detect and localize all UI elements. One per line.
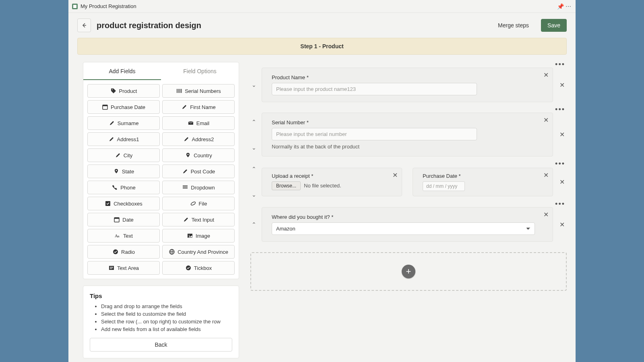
pencil-icon: [115, 152, 121, 158]
field-chip-label: Product: [119, 88, 137, 94]
field-chip-text-input[interactable]: Text Input: [162, 213, 235, 226]
field-chip-tickbox[interactable]: Tickbox: [162, 261, 235, 275]
field-chip-surname[interactable]: Surname: [87, 116, 160, 130]
merge-steps-link[interactable]: Merge steps: [498, 22, 529, 29]
row-move-down[interactable]: ⌄: [252, 146, 256, 150]
add-row-button[interactable]: +: [402, 265, 415, 278]
field-chip-post-code[interactable]: Post Code: [162, 165, 235, 178]
field-chip-city[interactable]: City: [87, 148, 160, 162]
field-chip-state[interactable]: State: [87, 165, 160, 178]
pencil-icon: [183, 216, 189, 223]
pencil-icon: [183, 136, 190, 142]
select-input[interactable]: Amazon: [272, 222, 535, 235]
field-chip-file[interactable]: File: [162, 197, 235, 210]
form-builder: •••⌄✕Product Name *✕•••⌃⌄✕Serial Number …: [250, 62, 567, 291]
field-chip-purchase-date[interactable]: Purchase Date: [87, 100, 160, 114]
field-chip-label: Address2: [192, 136, 214, 142]
field-chip-email[interactable]: Email: [162, 116, 235, 130]
calendar-icon: [102, 104, 108, 110]
row-more-icon[interactable]: •••: [554, 62, 566, 67]
back-arrow-button[interactable]: [77, 19, 91, 32]
field-chip-label: Image: [196, 233, 210, 239]
row-remove-icon[interactable]: ✕: [559, 221, 565, 228]
field-remove-icon[interactable]: ✕: [543, 116, 549, 124]
field-card[interactable]: ✕Where did you bought it? *Amazon: [262, 207, 553, 242]
field-card[interactable]: ✕Serial Number *Normally its at the back…: [262, 113, 553, 156]
tip-item: Drag and drop to arrange the fields: [101, 303, 232, 309]
tick-icon: [112, 249, 119, 255]
pin-icon[interactable]: 📌: [556, 3, 564, 10]
tab-field-options[interactable]: Field Options: [161, 62, 239, 80]
row-move-down[interactable]: ⌄: [252, 83, 256, 87]
tip-item: Select the field to customize the field: [101, 311, 232, 317]
field-chip-label: State: [122, 169, 134, 175]
field-chip-first-name[interactable]: First Name: [162, 100, 235, 114]
browse-button[interactable]: Browse...: [272, 181, 301, 190]
field-chip-text-area[interactable]: Text Area: [87, 261, 160, 275]
field-remove-icon[interactable]: ✕: [543, 171, 549, 179]
pencil-icon: [181, 104, 188, 110]
field-chip-serial-numbers[interactable]: Serial Numbers: [162, 84, 235, 98]
field-chip-checkboxes[interactable]: Checkboxes: [87, 197, 160, 210]
field-chip-country[interactable]: Country: [162, 148, 235, 162]
field-chip-image[interactable]: Image: [162, 229, 235, 243]
field-chip-label: Checkboxes: [114, 201, 142, 207]
field-chip-dropdown[interactable]: Dropdown: [162, 181, 235, 194]
row-remove-icon[interactable]: ✕: [559, 131, 565, 138]
field-chip-label: Post Code: [191, 169, 215, 175]
field-chip-label: Radio: [121, 249, 135, 255]
date-input[interactable]: dd / mm / yyyy: [423, 181, 465, 191]
field-remove-icon[interactable]: ✕: [543, 211, 549, 218]
field-chip-address1[interactable]: Address1: [87, 132, 160, 146]
row-move-down[interactable]: ⌄: [252, 193, 256, 197]
field-chip-label: Text: [123, 233, 133, 239]
globe-icon: [169, 249, 175, 255]
field-card[interactable]: ✕Product Name *: [262, 68, 553, 102]
field-chip-text[interactable]: Text: [87, 229, 160, 243]
field-chip-product[interactable]: Product: [87, 84, 160, 98]
tick-icon: [185, 265, 192, 271]
field-card[interactable]: ✕Upload a receipt *Browse...No file sele…: [262, 168, 402, 196]
row-remove-icon[interactable]: ✕: [559, 178, 565, 186]
field-remove-icon[interactable]: ✕: [392, 171, 398, 179]
tab-add-fields[interactable]: Add Fields: [83, 62, 161, 80]
image-icon: [187, 232, 193, 239]
text-input[interactable]: [272, 83, 477, 95]
field-chip-address2[interactable]: Address2: [162, 132, 235, 146]
row-more-icon[interactable]: •••: [554, 161, 566, 166]
fields-panel: Add Fields Field Options ProductSerial N…: [83, 62, 239, 279]
field-chip-country-and-province[interactable]: Country And Province: [162, 245, 235, 259]
tips-card: Tips Drag and drop to arrange the fields…: [83, 286, 239, 358]
field-remove-icon[interactable]: ✕: [543, 71, 549, 79]
back-button[interactable]: Back: [90, 338, 232, 352]
field-chip-date[interactable]: Date: [87, 213, 160, 226]
field-label: Product Name *: [272, 74, 535, 80]
barcode-icon: [176, 88, 182, 94]
save-button[interactable]: Save: [541, 19, 567, 32]
row-remove-icon[interactable]: ✕: [559, 81, 565, 89]
calendar-icon: [114, 216, 120, 223]
file-status: No file selected.: [304, 183, 341, 189]
builder-row: •••⌃✕Where did you bought it? *Amazon✕: [250, 202, 567, 242]
page-header: product registration design Merge steps …: [68, 13, 576, 38]
row-move-up[interactable]: ⌃: [252, 222, 256, 226]
row-more-icon[interactable]: •••: [554, 202, 566, 206]
row-move-up[interactable]: ⌃: [252, 120, 256, 124]
field-chip-label: Date: [122, 217, 133, 223]
field-chip-label: Purchase Date: [111, 104, 145, 110]
pin-icon: [113, 168, 120, 175]
topbar-more-icon[interactable]: ⋯: [564, 3, 572, 10]
tag-icon: [110, 88, 117, 94]
field-label: Where did you bought it? *: [272, 214, 535, 220]
field-chip-label: Phone: [120, 185, 136, 191]
page-title: product registration design: [97, 21, 201, 30]
row-more-icon[interactable]: •••: [554, 107, 566, 112]
field-card[interactable]: ✕Purchase Date *dd / mm / yyyy: [413, 168, 553, 196]
row-move-up[interactable]: ⌃: [252, 167, 256, 171]
text-input[interactable]: [272, 128, 477, 140]
field-chip-label: Address1: [117, 136, 139, 142]
field-chip-phone[interactable]: Phone: [87, 181, 160, 194]
add-row-zone[interactable]: +: [250, 252, 567, 291]
builder-row: •••⌄✕Product Name *✕: [250, 62, 567, 102]
field-chip-radio[interactable]: Radio: [87, 245, 160, 259]
